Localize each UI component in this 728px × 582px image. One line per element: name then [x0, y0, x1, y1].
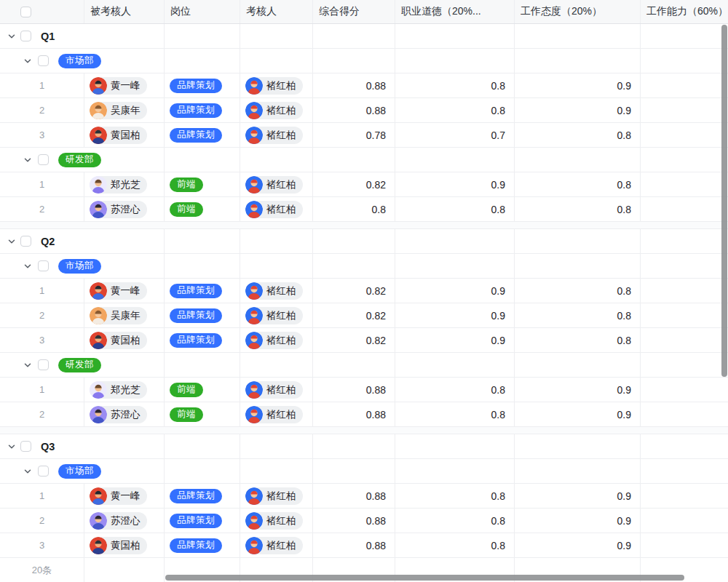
empty-cell[interactable]	[313, 229, 395, 253]
group-checkbox[interactable]	[20, 236, 31, 247]
ethics-score-cell[interactable]: 0.9	[395, 279, 515, 303]
empty-cell[interactable]	[641, 24, 728, 48]
row-index-cell[interactable]: 3	[0, 533, 84, 557]
empty-cell[interactable]	[515, 459, 641, 483]
assessor-cell[interactable]: 褚红柏	[240, 279, 313, 303]
subgroup-cell[interactable]: 研发部	[0, 148, 165, 172]
row-index-cell[interactable]: 2	[0, 197, 84, 221]
position-cell[interactable]: 前端	[165, 197, 240, 221]
position-cell[interactable]: 品牌策划	[165, 533, 240, 557]
row-index-cell[interactable]: 2	[0, 303, 84, 327]
ability-score-cell[interactable]	[641, 484, 728, 508]
attitude-score-cell[interactable]: 0.8	[515, 279, 641, 303]
assessor-cell[interactable]: 褚红柏	[240, 328, 313, 352]
attitude-score-cell[interactable]: 0.8	[515, 197, 641, 221]
column-header-assessor[interactable]: 考核人	[240, 0, 313, 23]
empty-cell[interactable]	[240, 434, 313, 458]
column-header-assessee[interactable]: 被考核人	[84, 0, 165, 23]
empty-cell[interactable]	[313, 254, 395, 278]
row-index-cell[interactable]: 1	[0, 378, 84, 402]
ethics-score-cell[interactable]: 0.9	[395, 303, 515, 327]
group-cell[interactable]: Q1	[0, 24, 165, 48]
subgroup-checkbox[interactable]	[38, 466, 49, 477]
column-header-position[interactable]: 岗位	[165, 0, 240, 23]
empty-cell[interactable]	[165, 353, 240, 377]
composite-score-cell[interactable]: 0.88	[313, 533, 395, 557]
composite-score-cell[interactable]: 0.88	[313, 509, 395, 533]
position-cell[interactable]: 品牌策划	[165, 303, 240, 327]
composite-score-cell[interactable]: 0.88	[313, 484, 395, 508]
empty-cell[interactable]	[641, 459, 728, 483]
chevron-down-icon[interactable]	[23, 57, 32, 65]
empty-cell[interactable]	[240, 148, 313, 172]
empty-cell[interactable]	[165, 434, 240, 458]
ability-score-cell[interactable]	[641, 303, 728, 327]
empty-cell[interactable]	[641, 148, 728, 172]
assessor-cell[interactable]: 褚红柏	[240, 197, 313, 221]
empty-cell[interactable]	[313, 459, 395, 483]
empty-cell[interactable]	[165, 459, 240, 483]
empty-cell[interactable]	[240, 24, 313, 48]
row-index-cell[interactable]: 3	[0, 123, 84, 147]
empty-cell[interactable]	[240, 254, 313, 278]
chevron-down-icon[interactable]	[23, 467, 32, 476]
subgroup-cell[interactable]: 市场部	[0, 254, 165, 278]
empty-cell[interactable]	[240, 459, 313, 483]
row-index-cell[interactable]: 1	[0, 279, 84, 303]
ethics-score-cell[interactable]: 0.9	[395, 172, 515, 196]
row-index-cell[interactable]: 1	[0, 172, 84, 196]
position-cell[interactable]: 品牌策划	[165, 73, 240, 97]
empty-cell[interactable]	[313, 148, 395, 172]
empty-cell[interactable]	[240, 353, 313, 377]
assessor-cell[interactable]: 褚红柏	[240, 303, 313, 327]
empty-cell[interactable]	[395, 459, 515, 483]
attitude-score-cell[interactable]: 0.9	[515, 509, 641, 533]
ethics-score-cell[interactable]: 0.9	[395, 328, 515, 352]
row-index-cell[interactable]: 2	[0, 98, 84, 122]
empty-cell[interactable]	[313, 434, 395, 458]
group-checkbox[interactable]	[20, 31, 31, 41]
row-index-cell[interactable]: 3	[0, 328, 84, 352]
position-cell[interactable]: 品牌策划	[165, 279, 240, 303]
composite-score-cell[interactable]: 0.8	[313, 197, 395, 221]
attitude-score-cell[interactable]: 0.8	[515, 172, 641, 196]
empty-cell[interactable]	[515, 434, 641, 458]
ethics-score-cell[interactable]: 0.7	[395, 123, 515, 147]
subgroup-checkbox[interactable]	[38, 55, 49, 66]
empty-cell[interactable]	[515, 24, 641, 48]
assessee-cell[interactable]: 苏澄心	[84, 197, 165, 221]
assessee-cell[interactable]: 黄国柏	[84, 533, 165, 557]
position-cell[interactable]: 品牌策划	[165, 98, 240, 122]
empty-cell[interactable]	[395, 434, 515, 458]
empty-cell[interactable]	[313, 24, 395, 48]
empty-cell[interactable]	[641, 254, 728, 278]
ability-score-cell[interactable]	[641, 123, 728, 147]
empty-cell[interactable]	[313, 49, 395, 73]
empty-cell[interactable]	[395, 353, 515, 377]
ability-score-cell[interactable]	[641, 509, 728, 533]
ethics-score-cell[interactable]: 0.8	[395, 73, 515, 97]
vertical-scrollbar[interactable]	[721, 25, 727, 377]
ability-score-cell[interactable]	[641, 172, 728, 196]
empty-cell[interactable]	[395, 24, 515, 48]
position-cell[interactable]: 品牌策划	[165, 484, 240, 508]
empty-cell[interactable]	[641, 353, 728, 377]
attitude-score-cell[interactable]: 0.8	[515, 303, 641, 327]
ability-score-cell[interactable]	[641, 197, 728, 221]
empty-cell[interactable]	[515, 254, 641, 278]
composite-score-cell[interactable]: 0.88	[313, 402, 395, 426]
empty-cell[interactable]	[395, 148, 515, 172]
ethics-score-cell[interactable]: 0.8	[395, 533, 515, 557]
ability-score-cell[interactable]	[641, 402, 728, 426]
composite-score-cell[interactable]: 0.82	[313, 279, 395, 303]
subgroup-cell[interactable]: 市场部	[0, 459, 165, 483]
composite-score-cell[interactable]: 0.88	[313, 73, 395, 97]
empty-cell[interactable]	[395, 49, 515, 73]
assessee-cell[interactable]: 黄一峰	[84, 73, 165, 97]
empty-cell[interactable]	[165, 148, 240, 172]
composite-score-cell[interactable]: 0.88	[313, 378, 395, 402]
composite-score-cell[interactable]: 0.82	[313, 328, 395, 352]
attitude-score-cell[interactable]: 0.9	[515, 73, 641, 97]
empty-cell[interactable]	[641, 434, 728, 458]
empty-cell[interactable]	[515, 229, 641, 253]
